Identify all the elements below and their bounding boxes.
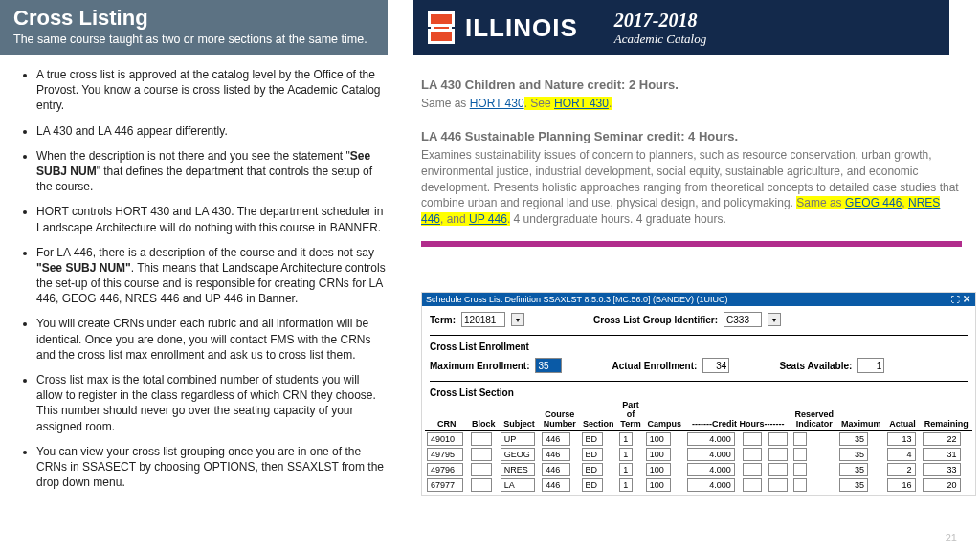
col-credit: -------Credit Hours------- xyxy=(685,400,791,430)
cell[interactable]: 16 xyxy=(887,478,916,492)
cell[interactable]: 1 xyxy=(619,463,633,476)
col-max: Maximum xyxy=(837,400,884,430)
page-number: 21 xyxy=(946,532,957,543)
cell[interactable] xyxy=(743,463,762,476)
maxe-input[interactable] xyxy=(535,358,562,373)
cell[interactable]: 4.000 xyxy=(687,448,735,461)
la446-body: Examines sustainability issues of concer… xyxy=(421,147,962,228)
cell[interactable] xyxy=(743,448,762,461)
text: Same as xyxy=(796,196,845,209)
cell[interactable]: 446 xyxy=(542,448,570,461)
col-act: Actual xyxy=(885,400,921,430)
cell[interactable]: 20 xyxy=(923,478,961,492)
cell[interactable]: 35 xyxy=(839,478,868,492)
text: Same as xyxy=(421,97,470,110)
acte-label: Actual Enrollment: xyxy=(612,361,697,371)
cell[interactable]: 446 xyxy=(542,463,570,476)
bullet-item: A true cross list is approved at the cat… xyxy=(36,67,388,114)
sect-title: Cross List Section xyxy=(422,384,975,398)
acte-input[interactable] xyxy=(702,358,729,373)
link-up446[interactable]: UP 446 xyxy=(469,212,507,226)
cell[interactable] xyxy=(768,478,788,492)
col-rem: Remaining xyxy=(921,400,973,430)
cell[interactable]: 31 xyxy=(923,448,961,461)
cell[interactable] xyxy=(743,432,762,446)
cell[interactable] xyxy=(768,448,788,461)
table-row: 49010UP446BD11004.000351322 xyxy=(425,430,972,447)
cell[interactable] xyxy=(743,478,762,492)
cell[interactable]: 49010 xyxy=(427,432,463,446)
cell[interactable]: 49796 xyxy=(427,463,463,476)
cell[interactable]: 2 xyxy=(887,463,916,476)
la446-header: LA 446 Sustainable Planning Seminar cred… xyxy=(421,128,962,145)
cell[interactable] xyxy=(768,432,788,446)
cell[interactable]: 13 xyxy=(887,432,916,446)
bullet-item: You can view your cross list grouping on… xyxy=(36,444,388,491)
cell[interactable]: UP xyxy=(501,432,535,446)
cell[interactable]: BD xyxy=(582,463,603,476)
cell[interactable]: 67977 xyxy=(427,478,463,492)
bullet-item: When the description is not there and yo… xyxy=(36,148,388,195)
maxe-label: Maximum Enrollment: xyxy=(430,361,529,371)
text: , xyxy=(902,196,908,209)
cell[interactable]: 100 xyxy=(646,478,671,492)
cell[interactable]: 4.000 xyxy=(687,463,735,476)
cell[interactable]: GEOG xyxy=(501,448,535,461)
cell[interactable]: 100 xyxy=(646,432,671,446)
la430-header: LA 430 Children and Nature credit: 2 Hou… xyxy=(421,77,962,94)
cell[interactable] xyxy=(793,478,807,492)
illinois-wordmark: ILLINOIS xyxy=(465,13,578,43)
cell[interactable]: 4 xyxy=(887,448,916,461)
link-geog446[interactable]: GEOG 446 xyxy=(845,196,902,209)
cell[interactable]: 35 xyxy=(839,448,868,461)
seats-input[interactable] xyxy=(858,358,884,373)
col-campus: Campus xyxy=(644,400,685,430)
link-hort430-b[interactable]: HORT 430 xyxy=(554,97,609,110)
cell[interactable]: 1 xyxy=(619,432,633,446)
cell[interactable]: 100 xyxy=(646,463,671,476)
cell[interactable]: 446 xyxy=(542,478,570,492)
col-resv: ReservedIndicator xyxy=(791,400,837,430)
cell[interactable]: BD xyxy=(582,478,603,492)
cell[interactable]: 49795 xyxy=(427,448,463,461)
cell[interactable]: 35 xyxy=(839,432,868,446)
cell[interactable]: 1 xyxy=(619,448,633,461)
slide-title: Cross Listing xyxy=(13,6,374,31)
term-dropdown[interactable]: ▾ xyxy=(511,313,524,326)
cell[interactable] xyxy=(471,432,492,446)
group-dropdown[interactable]: ▾ xyxy=(768,313,781,326)
link-hort430-a[interactable]: HORT 430 xyxy=(470,97,524,110)
cell[interactable]: NRES xyxy=(501,463,535,476)
group-input[interactable] xyxy=(724,312,762,327)
cell[interactable]: BD xyxy=(582,432,603,446)
cell[interactable] xyxy=(793,448,807,461)
cell[interactable]: BD xyxy=(582,448,603,461)
term-input[interactable] xyxy=(461,312,505,327)
la430-line: Same as HORT 430. See HORT 430. xyxy=(421,96,962,112)
cell[interactable] xyxy=(793,463,807,476)
illinois-banner: ILLINOIS 2017-2018 Academic Catalog xyxy=(413,0,949,55)
bullet-item: For LA 446, there is a description of th… xyxy=(36,245,388,307)
cell[interactable]: 4.000 xyxy=(687,432,735,446)
cell[interactable]: 22 xyxy=(923,432,961,446)
text: 4 undergraduate hours. 4 graduate hours. xyxy=(510,212,726,226)
table-row: 49795GEOG446BD11004.00035431 xyxy=(425,447,972,462)
bullet-item: LA 430 and LA 446 appear differently. xyxy=(36,123,388,139)
col-section: Section xyxy=(580,400,618,430)
text: , and xyxy=(440,212,469,226)
cell[interactable] xyxy=(471,463,492,476)
cell[interactable]: 35 xyxy=(839,463,868,476)
cell[interactable]: 4.000 xyxy=(687,478,735,492)
cell[interactable] xyxy=(793,432,807,446)
cell[interactable]: 446 xyxy=(542,432,570,446)
cell[interactable] xyxy=(471,448,492,461)
cell[interactable]: 33 xyxy=(923,463,961,476)
cell[interactable]: LA xyxy=(501,478,535,492)
cell[interactable]: 1 xyxy=(619,478,633,492)
cell[interactable] xyxy=(768,463,788,476)
cell[interactable]: 100 xyxy=(646,448,671,461)
cell[interactable] xyxy=(471,478,492,492)
highlight: . See HORT 430. xyxy=(524,97,612,110)
block-i-icon xyxy=(431,11,452,44)
catalog-excerpt: LA 430 Children and Nature credit: 2 Hou… xyxy=(421,77,962,247)
